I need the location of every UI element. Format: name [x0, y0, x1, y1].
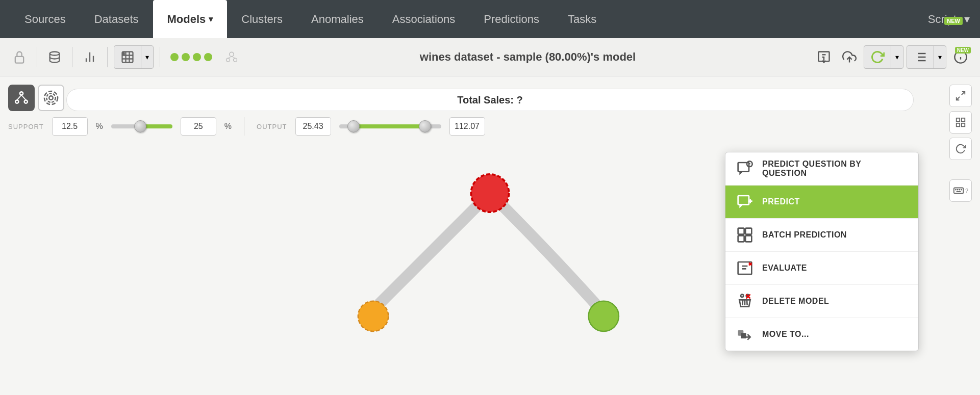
svg-point-31	[24, 100, 28, 103]
svg-point-49	[471, 174, 509, 212]
dropdown-item-predict-question[interactable]: PREDICT QUESTION BY QUESTION	[725, 152, 918, 186]
svg-text:3: 3	[123, 52, 124, 55]
evaluate-label: EVALUATE	[762, 264, 807, 273]
list-dropdown-arrow[interactable]: ▾	[934, 49, 946, 65]
predict-question-icon	[736, 160, 754, 178]
status-dot-3	[193, 53, 201, 61]
divider-3	[107, 47, 108, 67]
search-bar[interactable]: Total Sales: ?	[66, 89, 914, 111]
support-slider-container	[111, 124, 172, 128]
nav-item-anomalies[interactable]: Anomalies	[297, 0, 378, 38]
nav-item-sources[interactable]: Sources	[10, 0, 80, 38]
nav-item-tasks[interactable]: Tasks	[554, 0, 611, 38]
list-btn-group[interactable]: ▾	[907, 45, 946, 69]
action-btn-group[interactable]: ▾	[864, 45, 903, 69]
predict-dropdown-arrow[interactable]: ▾	[891, 49, 903, 65]
move-icon	[736, 325, 754, 344]
dropdown-item-move[interactable]: MOVE TO...	[725, 318, 918, 351]
divider-4	[160, 47, 160, 67]
svg-line-38	[957, 97, 960, 100]
navbar: Sources Datasets Models ▾ Clusters Anoma…	[0, 0, 980, 38]
download-icon[interactable]	[813, 46, 835, 68]
svg-rect-61	[738, 235, 744, 242]
info-icon[interactable]: NEW	[949, 46, 972, 68]
svg-point-51	[589, 301, 619, 331]
nav-item-models[interactable]: Models ▾	[153, 0, 228, 38]
predict-icon	[736, 193, 754, 211]
svg-point-12	[227, 58, 230, 62]
svg-point-50	[358, 301, 388, 331]
svg-line-15	[232, 57, 235, 59]
output-slider-thumb-right[interactable]	[419, 120, 431, 133]
support-max-input[interactable]	[181, 117, 216, 136]
dataset-icon[interactable]	[43, 46, 66, 68]
support-slider-thumb[interactable]	[134, 120, 146, 133]
svg-point-1	[50, 52, 60, 56]
dropdown-item-batch[interactable]: BATCH PREDICTION	[725, 219, 918, 252]
controls-divider	[244, 117, 244, 136]
svg-rect-56	[738, 196, 749, 204]
svg-point-30	[15, 100, 18, 103]
chart-icon[interactable]	[79, 46, 101, 68]
svg-rect-0	[15, 57, 23, 63]
models-dropdown-arrow: ▾	[209, 14, 213, 24]
dropdown-item-delete[interactable]: DELETE MODEL	[725, 285, 918, 318]
dropdown-item-predict[interactable]: PREDICT	[725, 186, 918, 219]
predict-action-icon[interactable]	[864, 46, 891, 68]
output-min-input[interactable]	[295, 117, 331, 136]
predict-label: PREDICT	[762, 197, 800, 206]
list-icon[interactable]	[907, 46, 934, 68]
svg-rect-59	[738, 228, 744, 234]
upload-cloud-icon[interactable]	[838, 46, 861, 68]
svg-point-35	[46, 93, 56, 102]
nav-item-clusters[interactable]: Clusters	[227, 0, 297, 38]
support-min-input[interactable]	[52, 117, 88, 136]
svg-rect-62	[745, 235, 751, 242]
status-dot-4	[204, 53, 212, 61]
output-slider-track[interactable]	[339, 124, 441, 128]
view-controls	[8, 85, 64, 111]
svg-line-33	[21, 95, 26, 100]
svg-point-69	[741, 295, 743, 297]
output-slider-thumb-left[interactable]	[347, 120, 360, 133]
output-slider-container	[339, 124, 441, 128]
nav-item-predictions[interactable]: Predictions	[469, 0, 554, 38]
batch-icon	[736, 226, 754, 244]
nav-right: Scripts ▾ NEW	[928, 13, 970, 26]
svg-point-29	[20, 92, 23, 95]
output-max-input[interactable]	[449, 117, 485, 136]
grid-icon[interactable]	[949, 111, 972, 134]
total-sales-label: Total Sales: ?	[77, 94, 903, 106]
nav-item-datasets[interactable]: Datasets	[80, 0, 153, 38]
status-dot-1	[170, 53, 179, 61]
number-action-group[interactable]: 3 ▾	[114, 45, 154, 69]
svg-line-37	[962, 92, 965, 95]
dropdown-menu: PREDICT QUESTION BY QUESTION PREDICT	[725, 152, 919, 351]
toolbar: 3 ▾ wines dataset - sample (80.00%)'s mo…	[0, 38, 980, 76]
source-dataset-icon[interactable]	[220, 46, 243, 68]
toolbar-right: ▾ ▾ NEW	[813, 45, 972, 69]
nav-item-associations[interactable]: Associations	[378, 0, 470, 38]
expand-icon[interactable]	[949, 85, 972, 107]
sunburst-view-button[interactable]	[38, 85, 64, 111]
main-content: Total Sales: ? SUPPORT % % OUTPUT	[0, 76, 980, 395]
dropdown-item-evaluate[interactable]: EVALUATE	[725, 252, 918, 285]
predict-question-label: PREDICT QUESTION BY QUESTION	[762, 160, 908, 178]
svg-point-34	[49, 96, 53, 100]
svg-rect-42	[962, 123, 965, 126]
tree-view-button[interactable]	[8, 85, 35, 111]
svg-rect-40	[962, 118, 965, 121]
support-slider-track[interactable]	[111, 124, 172, 128]
svg-point-13	[234, 58, 237, 62]
svg-point-11	[230, 52, 234, 56]
svg-line-14	[228, 57, 232, 59]
support-max-pct: %	[224, 122, 232, 131]
svg-rect-60	[745, 228, 751, 234]
info-new-badge: NEW	[955, 47, 971, 54]
number-dropdown-arrow[interactable]: ▾	[141, 49, 153, 65]
divider-1	[37, 47, 37, 67]
number-icon[interactable]: 3	[114, 46, 141, 68]
svg-rect-41	[957, 123, 960, 126]
svg-line-32	[17, 95, 21, 100]
evaluate-icon	[736, 259, 754, 277]
